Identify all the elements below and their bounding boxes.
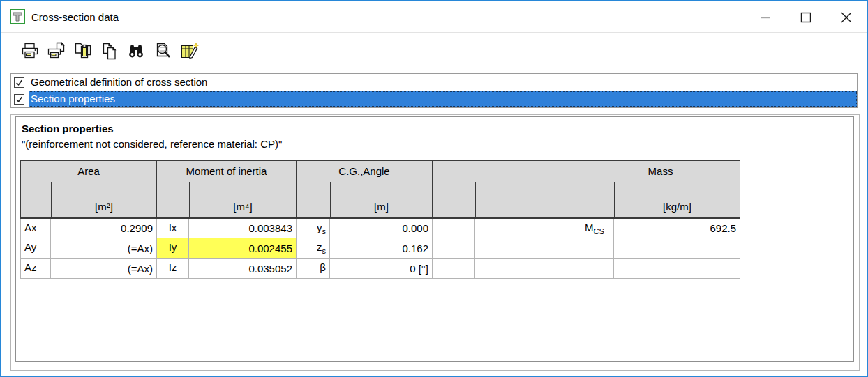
app-icon (10, 9, 25, 24)
chapter-listbox[interactable]: Geometrical definition of cross section … (10, 73, 858, 108)
cell-value-blank[interactable] (614, 238, 740, 259)
print-button[interactable] (17, 39, 43, 64)
minimize-button[interactable] (745, 1, 786, 33)
table-row-ay: Ay (=Ax) Iy 0.002455 zs 0.162 (21, 238, 740, 259)
find-button[interactable] (123, 39, 149, 64)
cell-value-Az[interactable]: (=Ax) (51, 259, 157, 279)
cell-label-Az[interactable]: Az (21, 259, 51, 279)
cross-section-data-window: Cross-section data (0, 0, 868, 377)
header-moment-of-inertia: Moment of inertia [m⁴] (157, 161, 297, 218)
edit-table-icon (179, 41, 200, 62)
cell-value-Ix[interactable]: 0.003843 (189, 218, 297, 238)
cell-value-blank[interactable] (475, 238, 581, 259)
find-icon (126, 41, 147, 62)
section-subtitle: "(reinforcement not considered, referenc… (22, 138, 282, 150)
table-header-row: Area [m²] Moment of inertia [m⁴] C.G.,An… (21, 161, 740, 218)
table-row-az: Az (=Ax) Iz 0.035052 β 0 [°] (21, 259, 740, 279)
cell-label-blank[interactable] (581, 259, 614, 279)
cell-value-Ax[interactable]: 0.2909 (51, 218, 157, 238)
cell-label-blank[interactable] (433, 218, 475, 238)
list-item-label[interactable]: Section properties (29, 91, 857, 107)
cell-label-ys[interactable]: ys (297, 218, 330, 238)
copy-icon (99, 41, 120, 62)
cell-value-Ay[interactable]: (=Ax) (51, 238, 157, 259)
zoom-preview-icon (152, 41, 173, 62)
list-item-label[interactable]: Geometrical definition of cross section (29, 75, 857, 90)
cell-label-blank[interactable] (433, 259, 475, 279)
print-preview-button[interactable] (43, 39, 70, 64)
report-page: Section properties "(reinforcement not c… (15, 116, 854, 362)
close-button[interactable] (826, 1, 867, 33)
paste-icon (73, 41, 93, 62)
paste-button[interactable] (70, 39, 96, 64)
list-item-geometrical-definition[interactable]: Geometrical definition of cross section (11, 74, 857, 91)
header-blank (433, 161, 581, 218)
minimize-icon (755, 7, 776, 28)
header-area: Area [m²] (21, 161, 157, 218)
cell-value-blank[interactable] (475, 259, 581, 279)
cell-value-blank[interactable] (614, 259, 740, 279)
cell-label-blank[interactable] (581, 238, 614, 259)
section-header: Section properties "(reinforcement not c… (22, 123, 282, 150)
edit-table-button[interactable] (176, 39, 202, 64)
window-title: Cross-section data (31, 11, 119, 23)
cell-label-beta[interactable]: β (297, 259, 330, 279)
cell-label-Mcs[interactable]: MCS (581, 218, 614, 238)
close-icon (836, 7, 857, 28)
window-controls (745, 1, 867, 33)
checkbox-checked-icon[interactable] (14, 77, 24, 88)
cell-label-blank[interactable] (433, 238, 475, 259)
cell-label-Iz[interactable]: Iz (157, 259, 189, 279)
print-icon (20, 41, 40, 62)
toolbar (1, 33, 867, 70)
list-item-section-properties[interactable]: Section properties (11, 91, 857, 107)
copy-button[interactable] (96, 39, 123, 64)
cell-value-zs[interactable]: 0.162 (330, 238, 433, 259)
maximize-button[interactable] (786, 1, 826, 33)
cell-value-ys[interactable]: 0.000 (330, 218, 433, 238)
zoom-preview-button[interactable] (149, 39, 176, 64)
titlebar: Cross-section data (1, 1, 867, 33)
header-mass: Mass [kg/m] (581, 161, 740, 218)
cell-label-Ix[interactable]: Ix (157, 218, 189, 238)
toolbar-separator (207, 41, 207, 62)
cell-label-Ax[interactable]: Ax (21, 218, 51, 238)
cell-label-Iy-highlighted[interactable]: Iy (157, 238, 189, 259)
section-title: Section properties (22, 123, 282, 134)
cell-value-Iy-highlighted[interactable]: 0.002455 (189, 238, 297, 259)
maximize-icon (795, 7, 816, 28)
cell-value-Mcs[interactable]: 692.5 (614, 218, 740, 238)
preview-panel: Section properties "(reinforcement not c… (10, 114, 860, 371)
section-properties-table: Area [m²] Moment of inertia [m⁴] C.G.,An… (20, 160, 740, 279)
header-cg-angle: C.G.,Angle [m] (297, 161, 433, 218)
cell-value-beta[interactable]: 0 [°] (330, 259, 433, 279)
checkbox-checked-icon[interactable] (14, 94, 24, 105)
print-preview-icon (46, 41, 67, 62)
cell-value-Iz[interactable]: 0.035052 (189, 259, 297, 279)
cell-label-zs[interactable]: zs (297, 238, 330, 259)
cell-value-blank[interactable] (475, 218, 581, 238)
table-row-ax: Ax 0.2909 Ix 0.003843 ys 0.000 MCS 692.5 (21, 218, 740, 238)
cell-label-Ay[interactable]: Ay (21, 238, 51, 259)
